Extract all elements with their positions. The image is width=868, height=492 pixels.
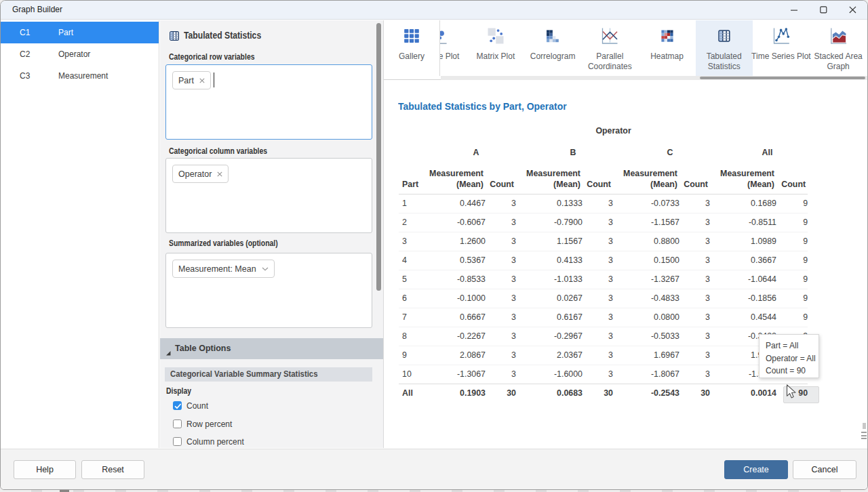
count-cell[interactable]: 3: [679, 365, 710, 384]
count-cell[interactable]: 9: [776, 308, 808, 327]
gallery-item-correlogram[interactable]: Correlogram: [524, 20, 581, 76]
measurement-mean-cell[interactable]: -1.1567: [613, 213, 679, 232]
measurement-mean-cell[interactable]: -0.5033: [613, 327, 679, 346]
gallery-item-stacked-area-graph[interactable]: Stacked Area Graph: [810, 20, 867, 76]
count-cell[interactable]: 3: [583, 289, 613, 308]
count-cell[interactable]: 30: [486, 384, 516, 403]
measurement-mean-cell[interactable]: 0.1333: [516, 194, 583, 213]
count-cell[interactable]: 3: [583, 270, 613, 289]
measurement-mean-cell[interactable]: -0.1856: [710, 289, 776, 308]
count-cell[interactable]: 3: [583, 308, 613, 327]
measurement-mean-cell[interactable]: 0.1903: [419, 384, 486, 403]
measurement-mean-cell[interactable]: -0.4833: [613, 289, 679, 308]
count-cell[interactable]: 3: [486, 289, 516, 308]
measurement-mean-cell[interactable]: -0.2543: [613, 384, 679, 403]
gallery-scrollbar-thumb[interactable]: [700, 77, 865, 79]
measurement-mean-cell[interactable]: -0.2267: [419, 327, 486, 346]
count-cell[interactable]: 3: [486, 232, 516, 251]
count-cell[interactable]: 9: [776, 213, 808, 232]
sidebar-item-operator[interactable]: C2 Operator: [1, 43, 159, 65]
count-cell[interactable]: 3: [486, 251, 516, 270]
measurement-mean-cell[interactable]: 1.1567: [516, 232, 583, 251]
count-cell[interactable]: 3: [679, 232, 710, 251]
gallery-scrollbar[interactable]: [441, 76, 867, 80]
remove-chip-icon[interactable]: [217, 171, 222, 177]
measurement-mean-cell[interactable]: -1.8067: [613, 365, 679, 384]
measurement-mean-cell[interactable]: 0.0014: [710, 384, 776, 403]
measurement-mean-cell[interactable]: 0.5367: [419, 251, 486, 270]
column-variables-box[interactable]: Operator: [165, 158, 372, 233]
measurement-mean-cell[interactable]: 0.4133: [516, 251, 583, 270]
measurement-mean-cell[interactable]: -0.8511: [710, 213, 776, 232]
gallery-item-parallel-coordinates[interactable]: Parallel Coordinates: [581, 20, 638, 76]
count-cell[interactable]: 3: [486, 213, 516, 232]
summarized-variables-box[interactable]: Measurement: Mean: [165, 253, 372, 328]
gallery-item-matrix-plot[interactable]: Matrix Plot: [467, 20, 524, 76]
measurement-mean-cell[interactable]: 0.6667: [419, 308, 486, 327]
count-cell[interactable]: 3: [679, 346, 710, 365]
count-cell[interactable]: 3: [583, 365, 613, 384]
count-cell[interactable]: 3: [486, 327, 516, 346]
cancel-button[interactable]: Cancel: [793, 460, 856, 479]
count-cell[interactable]: 3: [679, 289, 710, 308]
measurement-mean-cell[interactable]: 0.4467: [419, 194, 486, 213]
checkbox-unchecked-icon[interactable]: [173, 437, 182, 446]
measurement-mean-cell[interactable]: 2.0867: [419, 346, 486, 365]
count-cell[interactable]: 3: [486, 365, 516, 384]
measurement-mean-chip[interactable]: Measurement: Mean: [172, 260, 275, 278]
measurement-mean-cell[interactable]: 1.2600: [419, 232, 486, 251]
count-cell[interactable]: 3: [583, 194, 613, 213]
measurement-mean-cell[interactable]: -1.3067: [419, 365, 486, 384]
count-cell[interactable]: 3: [679, 213, 710, 232]
measurement-mean-cell[interactable]: 0.0683: [516, 384, 583, 403]
gallery-item-time-series-plot[interactable]: Time Series Plot: [753, 20, 810, 76]
create-button[interactable]: Create: [724, 460, 788, 479]
measurement-mean-cell[interactable]: 0.3667: [710, 251, 776, 270]
sidebar-item-measurement[interactable]: C3 Measurement: [1, 65, 159, 87]
reset-button[interactable]: Reset: [81, 460, 144, 479]
count-cell[interactable]: 9: [776, 270, 808, 289]
count-cell[interactable]: 3: [679, 327, 710, 346]
measurement-mean-cell[interactable]: -0.1000: [419, 289, 486, 308]
count-cell[interactable]: 3: [679, 251, 710, 270]
help-button[interactable]: Help: [14, 460, 76, 479]
measurement-mean-cell[interactable]: 2.0367: [516, 346, 583, 365]
measurement-mean-cell[interactable]: 0.8800: [613, 232, 679, 251]
count-cell[interactable]: 3: [486, 194, 516, 213]
operator-chip[interactable]: Operator: [172, 165, 229, 183]
measurement-mean-cell[interactable]: -0.6067: [419, 213, 486, 232]
measurement-mean-cell[interactable]: -0.0733: [613, 194, 679, 213]
table-options-header[interactable]: Table Options: [160, 338, 383, 360]
sidebar-item-part[interactable]: C1 Part: [1, 22, 159, 43]
count-cell[interactable]: 9: [776, 251, 808, 270]
measurement-mean-cell[interactable]: -1.0644: [710, 270, 776, 289]
count-cell[interactable]: 3: [583, 232, 613, 251]
panel-scrollbar-thumb[interactable]: [376, 23, 381, 291]
measurement-mean-cell[interactable]: -1.0133: [516, 270, 583, 289]
measurement-mean-cell[interactable]: -1.3267: [613, 270, 679, 289]
gallery-item-tabulated-statistics[interactable]: Tabulated Statistics: [696, 20, 753, 76]
measurement-mean-cell[interactable]: -0.7900: [516, 213, 583, 232]
measurement-mean-cell[interactable]: -0.8533: [419, 270, 486, 289]
count-cell[interactable]: 9: [776, 194, 808, 213]
measurement-mean-cell[interactable]: -0.2967: [516, 327, 583, 346]
remove-chip-icon[interactable]: [199, 78, 205, 83]
measurement-mean-cell[interactable]: 0.1689: [710, 194, 776, 213]
count-cell[interactable]: 3: [486, 308, 516, 327]
measurement-mean-cell[interactable]: 0.0800: [613, 308, 679, 327]
count-cell[interactable]: 30: [679, 384, 710, 403]
checkbox-unchecked-icon[interactable]: [173, 419, 182, 428]
measurement-mean-cell[interactable]: 0.4544: [710, 308, 776, 327]
count-cell[interactable]: 3: [583, 346, 613, 365]
gallery-item-gallery[interactable]: Gallery: [384, 20, 440, 76]
count-cell[interactable]: 3: [679, 270, 710, 289]
row-variables-box[interactable]: Part: [165, 64, 372, 140]
chevron-down-icon[interactable]: [262, 267, 269, 271]
minimize-button[interactable]: [784, 1, 804, 19]
measurement-mean-cell[interactable]: 1.0989: [710, 232, 776, 251]
measurement-mean-cell[interactable]: 1.6967: [613, 346, 679, 365]
measurement-mean-cell[interactable]: 0.6167: [516, 308, 583, 327]
gallery-item-heatmap[interactable]: Heatmap: [639, 20, 696, 76]
count-cell[interactable]: 3: [486, 270, 516, 289]
count-cell[interactable]: 3: [679, 308, 710, 327]
